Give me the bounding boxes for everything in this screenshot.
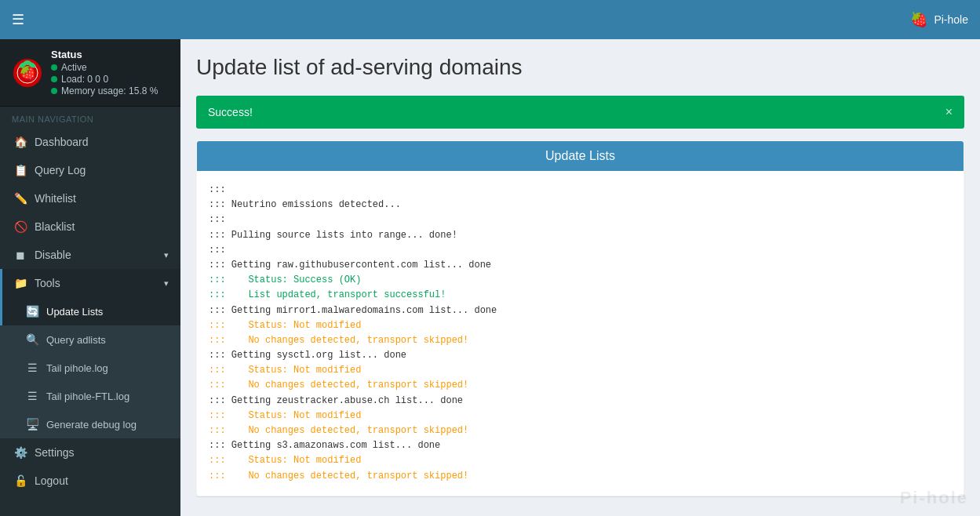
square-icon: ◼ bbox=[14, 249, 27, 261]
sidebar-item-tools[interactable]: 📁 Tools ▾ bbox=[0, 269, 180, 297]
alert-close-button[interactable]: × bbox=[945, 105, 953, 119]
sidebar-label-dashboard: Dashboard bbox=[35, 136, 89, 148]
sidebar-item-debug[interactable]: 🖥️ Generate debug log bbox=[0, 410, 180, 438]
sidebar-brand: 🍓 Status Active Load: 0 0 0 bbox=[0, 39, 180, 107]
sidebar-label-whitelist: Whitelist bbox=[35, 192, 76, 205]
active-label: Active bbox=[61, 62, 87, 73]
memory-dot bbox=[51, 88, 57, 94]
main-content: Update list of ad-serving domains Succes… bbox=[180, 39, 980, 516]
log-line: ::: Getting sysctl.org list... done bbox=[209, 348, 952, 363]
log-line: ::: No changes detected, transport skipp… bbox=[209, 378, 952, 393]
sidebar-label-disable: Disable bbox=[35, 249, 71, 261]
sidebar-item-query-adlists[interactable]: 🔍 Query adlists bbox=[0, 325, 180, 354]
card-header: Update Lists bbox=[197, 141, 964, 171]
active-dot bbox=[51, 64, 57, 71]
edit-icon: ✏️ bbox=[14, 192, 27, 205]
sidebar-label-logout: Logout bbox=[35, 474, 68, 487]
svg-point-5 bbox=[24, 60, 31, 65]
load-dot bbox=[51, 76, 57, 82]
page-title: Update list of ad-serving domains bbox=[196, 55, 964, 80]
header-user-label: Pi-hole bbox=[934, 13, 968, 26]
status-memory-item: Memory usage: 15.8 % bbox=[51, 85, 158, 96]
brand-info: Status Active Load: 0 0 0 Memory usage: … bbox=[51, 49, 158, 96]
log-line: ::: List updated, transport successful! bbox=[209, 288, 952, 303]
load-label: Load: 0 0 0 bbox=[61, 74, 108, 85]
tools-submenu: 🔄 Update Lists 🔍 Query adlists ☰ Tail pi… bbox=[0, 297, 180, 438]
sidebar-item-whitelist[interactable]: ✏️ Whitelist bbox=[0, 184, 180, 213]
log-line: ::: Neutrino emissions detected... bbox=[209, 198, 952, 213]
tools-chevron-icon: ▾ bbox=[164, 278, 169, 289]
card-body: :::::: Neutrino emissions detected...:::… bbox=[197, 171, 964, 496]
success-alert: Success! × bbox=[196, 96, 964, 129]
sidebar-item-disable[interactable]: ◼ Disable ▾ bbox=[0, 241, 180, 269]
sidebar: 🍓 Status Active Load: 0 0 0 bbox=[0, 39, 180, 516]
sidebar-label-query-log: Query Log bbox=[35, 164, 86, 176]
log-line: ::: Getting raw.githubusercontent.com li… bbox=[209, 258, 952, 273]
terminal-icon: 🖥️ bbox=[26, 418, 38, 431]
sidebar-item-query-log[interactable]: 📋 Query Log bbox=[0, 156, 180, 184]
log-line: ::: No changes detected, transport skipp… bbox=[209, 423, 952, 438]
log-output: :::::: Neutrino emissions detected...:::… bbox=[209, 183, 952, 484]
log-line: ::: Getting s3.amazonaws.com list... don… bbox=[209, 438, 952, 453]
sidebar-item-dashboard[interactable]: 🏠 Dashboard bbox=[0, 128, 180, 156]
list-icon: ☰ bbox=[26, 362, 38, 374]
sidebar-label-tail-pihole: Tail pihole.log bbox=[46, 362, 108, 374]
log-line: ::: bbox=[209, 183, 952, 198]
log-line: ::: Status: Success (OK) bbox=[209, 273, 952, 288]
sidebar-item-update-lists[interactable]: 🔄 Update Lists bbox=[0, 297, 180, 325]
pihole-favicon-icon: 🍓 bbox=[910, 11, 927, 28]
status-active-item: Active bbox=[51, 62, 158, 73]
sidebar-label-settings: Settings bbox=[35, 446, 75, 459]
log-line: ::: Status: Not modified bbox=[209, 453, 952, 468]
sidebar-label-tools: Tools bbox=[35, 277, 60, 289]
folder-icon: 📁 bbox=[14, 277, 27, 289]
logout-icon: 🔓 bbox=[14, 474, 27, 487]
memory-label: Memory usage: 15.8 % bbox=[61, 85, 158, 96]
log-line: ::: No changes detected, transport skipp… bbox=[209, 333, 952, 348]
layout: 🍓 Status Active Load: 0 0 0 bbox=[0, 39, 980, 516]
sidebar-item-tail-pihole[interactable]: ☰ Tail pihole.log bbox=[0, 354, 180, 382]
log-line: ::: Status: Not modified bbox=[209, 409, 952, 423]
refresh-icon: 🔄 bbox=[26, 305, 38, 318]
sidebar-label-tail-ftl: Tail pihole-FTL.log bbox=[46, 391, 129, 402]
log-line: ::: Status: Not modified bbox=[209, 363, 952, 378]
file-icon: 📋 bbox=[14, 164, 27, 176]
header-left: ☰ bbox=[12, 11, 24, 28]
sidebar-label-blacklist: Blacklist bbox=[35, 220, 75, 233]
brand-status-items: Active Load: 0 0 0 Memory usage: 15.8 % bbox=[51, 62, 158, 96]
ban-icon: 🚫 bbox=[14, 220, 27, 233]
sidebar-item-settings[interactable]: ⚙️ Settings bbox=[0, 438, 180, 467]
sidebar-item-blacklist[interactable]: 🚫 Blacklist bbox=[0, 213, 180, 241]
log-line: ::: Status: Not modified bbox=[209, 318, 952, 333]
search-icon: 🔍 bbox=[26, 333, 38, 346]
gear-icon: ⚙️ bbox=[14, 446, 27, 459]
home-icon: 🏠 bbox=[14, 136, 27, 148]
chevron-down-icon: ▾ bbox=[164, 250, 169, 260]
header-right: 🍓 Pi-hole bbox=[910, 11, 968, 28]
log-line: ::: Pulling source lists into range... d… bbox=[209, 228, 952, 243]
top-header: ☰ 🍓 Pi-hole bbox=[0, 0, 980, 39]
nav-section-label: MAIN NAVIGATION bbox=[0, 107, 180, 128]
brand-status-label: Status bbox=[51, 49, 158, 60]
status-load-item: Load: 0 0 0 bbox=[51, 74, 158, 85]
sidebar-label-query-adlists: Query adlists bbox=[46, 334, 106, 346]
hamburger-icon[interactable]: ☰ bbox=[12, 11, 24, 28]
log-line: ::: bbox=[209, 243, 952, 258]
sidebar-label-debug: Generate debug log bbox=[46, 419, 137, 431]
alert-message: Success! bbox=[208, 106, 253, 118]
sidebar-label-update-lists: Update Lists bbox=[46, 306, 103, 318]
log-line: ::: Getting mirror1.malwaredomains.com l… bbox=[209, 303, 952, 318]
list2-icon: ☰ bbox=[26, 390, 38, 402]
log-line: ::: bbox=[209, 213, 952, 227]
sidebar-item-tail-ftl[interactable]: ☰ Tail pihole-FTL.log bbox=[0, 382, 180, 410]
sidebar-item-logout[interactable]: 🔓 Logout bbox=[0, 467, 180, 495]
log-line: ::: Getting zeustracker.abuse.ch list...… bbox=[209, 394, 952, 409]
brand-logo-icon: 🍓 bbox=[12, 57, 43, 89]
update-lists-card: Update Lists :::::: Neutrino emissions d… bbox=[196, 140, 964, 496]
log-line: ::: No changes detected, transport skipp… bbox=[209, 469, 952, 484]
